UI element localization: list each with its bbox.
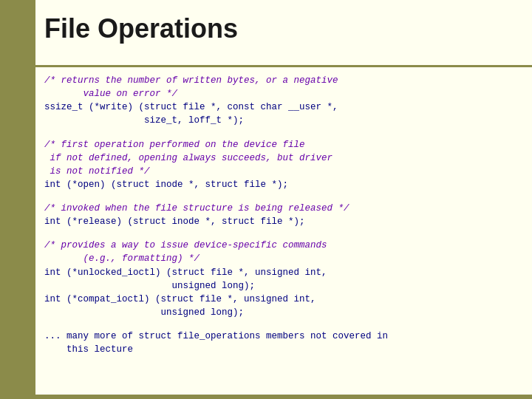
open-comment-2: if not defined, opening always succeeds,…: [44, 151, 517, 165]
write-code-2: size_t, loff_t *);: [44, 114, 517, 127]
write-code-1: ssize_t (*write) (struct file *, const c…: [44, 100, 517, 114]
release-comment-1: /* invoked when the file structure is be…: [44, 202, 517, 215]
write-section: /* returns the number of written bytes, …: [44, 74, 517, 128]
bottom-accent-bar: [35, 395, 532, 399]
more-code-1: ... many more of struct file_operations …: [44, 330, 517, 343]
open-comment-1: /* first operation performed on the devi…: [44, 138, 517, 151]
ioctl-code-3: int (*compat_ioctl) (struct file *, unsi…: [44, 293, 517, 306]
release-code-1: int (*release) (struct inode *, struct f…: [44, 215, 517, 228]
title-divider: [35, 65, 532, 67]
write-comment-2: value on error */: [44, 87, 517, 100]
open-code-1: int (*open) (struct inode *, struct file…: [44, 178, 517, 191]
ioctl-code-1: int (*unlocked_ioctl) (struct file *, un…: [44, 266, 517, 279]
ioctl-section: /* provides a way to issue device-specif…: [44, 239, 517, 319]
code-block: /* returns the number of written bytes, …: [44, 74, 517, 356]
open-section: /* first operation performed on the devi…: [44, 138, 517, 192]
ioctl-code-2: unsigned long);: [44, 279, 517, 293]
content-area: /* returns the number of written bytes, …: [44, 74, 517, 384]
ioctl-comment-1: /* provides a way to issue device-specif…: [44, 239, 517, 252]
open-comment-3: is not notified */: [44, 165, 517, 178]
left-accent-bar: [0, 0, 35, 399]
write-comment-1: /* returns the number of written bytes, …: [44, 74, 517, 87]
slide-title: File Operations: [44, 13, 517, 44]
more-code-2: this lecture: [44, 343, 517, 356]
title-area: File Operations: [44, 13, 517, 44]
ioctl-comment-2: (e.g., formatting) */: [44, 252, 517, 265]
slide: File Operations /* returns the number of…: [0, 0, 532, 399]
more-section: ... many more of struct file_operations …: [44, 330, 517, 356]
ioctl-code-4: unsigned long);: [44, 306, 517, 319]
release-section: /* invoked when the file structure is be…: [44, 202, 517, 228]
